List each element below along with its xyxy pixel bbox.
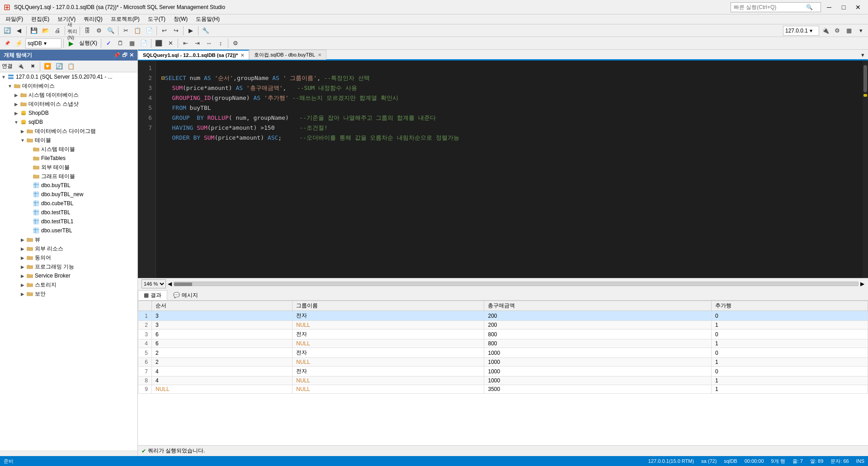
table-row[interactable]: 36전자8000 [138,329,868,339]
results-tab-grid[interactable]: ▦ 결과 [138,290,167,300]
oe-tree[interactable]: ▼127.0.0.1 (SQL Server 15.0.2070.41 - ..… [0,72,137,451]
table-row[interactable]: 74전자10000 [138,367,868,377]
connect-btn[interactable]: 🔌 [820,25,831,36]
tree-item[interactable]: ▼127.0.0.1 (SQL Server 15.0.2070.41 - ..… [0,72,137,81]
indent3-btn[interactable]: ↔ [203,38,214,49]
debug-btn[interactable]: ▶ [185,25,196,36]
menu-window[interactable]: 창(W) [170,14,191,24]
tree-item[interactable]: FileTables [0,154,137,163]
results-file-btn[interactable]: 📄 [138,38,149,49]
oe-new-conn-btn[interactable]: 🔌 [15,61,26,72]
quick-search-box[interactable]: 🔍 [731,2,821,12]
code-editor[interactable]: ⊟SELECT num AS '순서',groupName AS ' 그룹이름'… [156,61,863,278]
table-row[interactable]: 23NULL2001 [138,321,868,329]
table-row[interactable]: 52전자10000 [138,348,868,358]
tree-item[interactable]: ▶프로그래밍 기능 [0,262,137,271]
settings-btn[interactable]: ⚙ [832,25,843,36]
table-row[interactable]: 9NULLNULL35001 [138,385,868,394]
tree-item[interactable]: dbo.userTBL [0,226,137,235]
tree-item[interactable]: dbo.testTBL1 [0,217,137,226]
table-row[interactable]: 84NULL10001 [138,377,868,385]
tb2-icon2[interactable]: ⚡ [14,38,24,49]
oe-horizontal-scrollbar[interactable] [0,451,137,456]
scroll-thumb[interactable] [863,65,867,92]
menu-project[interactable]: 프로젝트(P) [107,14,143,24]
refresh-btn[interactable]: ⚙ [94,25,104,36]
hscroll-right-btn[interactable]: ▶ [860,281,864,287]
tree-item[interactable]: 시스템 테이블 [0,145,137,154]
tree-item[interactable]: 그래프 테이블 [0,172,137,181]
indentl-btn[interactable]: ⇤ [180,38,191,49]
open-btn[interactable]: 📂 [40,25,51,36]
extra-btn[interactable]: ▾ [855,25,866,36]
grid-results-btn[interactable]: ▦ [127,38,137,49]
save-btn[interactable]: 💾 [28,25,39,36]
oe-float-icon[interactable]: 🗗 [122,52,127,58]
cancel-btn[interactable]: ✕ [165,38,176,49]
menu-help[interactable]: 도움말(H) [192,14,223,24]
oe-summary-btn[interactable]: 📋 [66,61,76,72]
stop-btn[interactable]: ⬛ [153,38,164,49]
tree-item[interactable]: dbo.buyTBL_new [0,190,137,199]
tree-item[interactable]: ▼테이블 [0,136,137,145]
tree-item[interactable]: dbo.testTBL [0,208,137,217]
hscroll-left-btn[interactable]: ◀ [168,281,172,287]
tab-hoaclub-close[interactable]: ✕ [318,52,321,57]
indent4-btn[interactable]: ↕ [215,38,226,49]
vertical-scrollbar[interactable] [863,61,868,278]
tree-item[interactable]: 외부 테이블 [0,163,137,172]
menu-tools[interactable]: 도구(T) [144,14,169,24]
tab-hoaclub[interactable]: 호아컵.sqlDB - dbo.buyTBL ✕ [249,50,326,60]
redo-btn[interactable]: ↪ [170,25,181,36]
results-table-container[interactable]: 순서 그룹이름 총구매금액 추가행 13전자200023NULL200136전자… [138,301,868,445]
menu-file[interactable]: 파일(F) [2,14,27,24]
database-selector[interactable]: sqlDB▾ [25,38,61,48]
db-icon-btn[interactable]: 🗄 [82,25,93,36]
properties-btn[interactable]: 🔧 [200,25,211,36]
new-query-btn[interactable]: 🔄 [2,25,13,36]
oe-disconnect-btn[interactable]: ✖ [27,61,38,72]
pin-btn[interactable]: 📌 [2,38,13,49]
maximize-button[interactable]: □ [837,1,850,14]
close-button[interactable]: ✕ [852,1,864,14]
minimize-button[interactable]: ─ [823,1,835,14]
menu-edit[interactable]: 편집(E) [28,14,53,24]
undo-btn[interactable]: ↩ [159,25,170,36]
zoom-select[interactable]: 146 % [142,279,166,288]
spec-btn[interactable]: ⚙ [230,38,241,49]
check-btn[interactable]: ✓ [103,38,114,49]
tree-item[interactable]: ▶데이터베이스 다이어그램 [0,127,137,136]
tab-sqlquery1[interactable]: SQLQuery1.sql - 12...0.1.sqlDB (sa (72))… [138,50,249,60]
cut-btn[interactable]: ✂ [120,25,131,36]
tree-item[interactable]: ▶Service Broker [0,271,137,280]
copy-btn[interactable]: 📋 [132,25,143,36]
server-dropdown[interactable]: 127.0.0.1▾ [783,26,819,36]
grid-btn[interactable]: ▦ [844,25,854,36]
tree-item[interactable]: ▶ShopDB [0,108,137,118]
tree-item[interactable]: ▼sqlDB [0,118,137,127]
tree-item[interactable]: dbo.buyTBL [0,181,137,190]
tab-sqlquery1-close[interactable]: ✕ [241,53,244,58]
menu-query[interactable]: 쿼리(Q) [80,14,106,24]
print-btn[interactable]: 🖨 [52,25,63,36]
tree-item[interactable]: dbo.cubeTBL [0,199,137,208]
quick-search-input[interactable] [734,4,806,10]
indentr-btn[interactable]: ⇥ [192,38,203,49]
back-btn[interactable]: ◀ [14,25,24,36]
tree-item[interactable]: ▶동의어 [0,253,137,262]
run-btn[interactable]: ▶ [66,38,76,49]
oe-refresh2-btn[interactable]: 🔄 [54,61,65,72]
tree-item[interactable]: ▶외부 리소스 [0,244,137,253]
tree-item[interactable]: ▶데이터베이스 스냅샷 [0,99,137,108]
filter-btn[interactable]: 🔍 [105,25,116,36]
table-row[interactable]: 62NULL10001 [138,358,868,367]
tree-item[interactable]: ▶보안 [0,289,137,298]
oe-filter-btn[interactable]: 🔽 [42,61,53,72]
oe-pin-icon[interactable]: 📌 [113,52,120,58]
oe-close-icon[interactable]: ✕ [129,52,134,58]
results-tab-messages[interactable]: 💬 메시지 [167,290,204,300]
paste-btn[interactable]: 📄 [144,25,155,36]
tree-item[interactable]: ▶뷰 [0,235,137,244]
tree-item[interactable]: ▶스토리지 [0,280,137,289]
table-row[interactable]: 46NULL8001 [138,339,868,348]
